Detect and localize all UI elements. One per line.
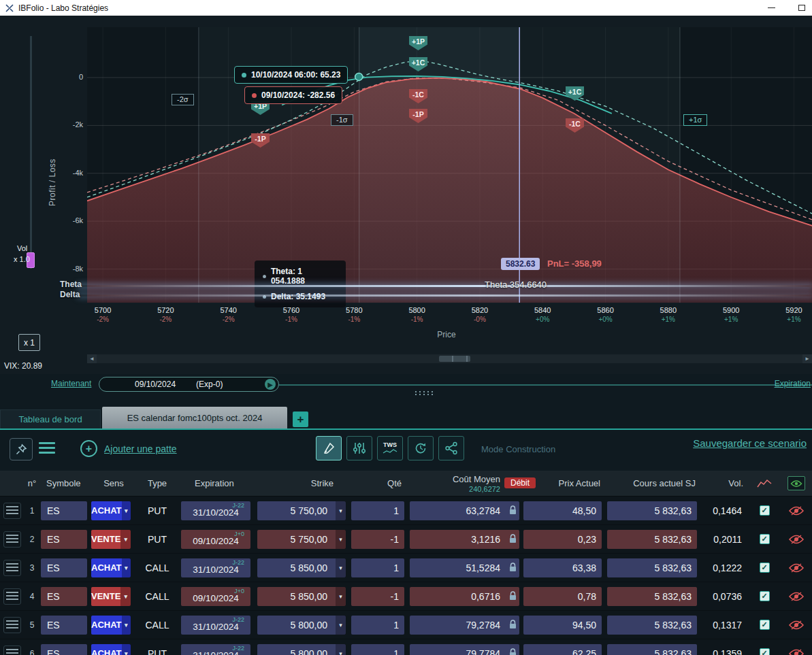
add-leg-link[interactable]: Ajouter une patte (104, 443, 177, 454)
row-drag-handle-icon[interactable] (3, 645, 21, 655)
splitter-grip-icon[interactable] (414, 390, 433, 395)
avg-cost-cell[interactable]: 51,5284 (410, 558, 506, 577)
expiration-cell[interactable]: J-2231/10/2024 (181, 501, 250, 520)
minimize-button[interactable] (758, 0, 785, 16)
quantity-cell[interactable]: -1 (351, 530, 404, 549)
strike-select[interactable]: 5 750,00▾ (257, 530, 346, 549)
row-drag-handle-icon[interactable] (3, 560, 21, 576)
tws-button[interactable]: TWS (377, 436, 403, 460)
header-chart-toggle[interactable] (749, 479, 780, 488)
leg-visibility-button[interactable] (780, 525, 812, 553)
leg-enabled-checkbox[interactable]: ✓ (760, 648, 770, 655)
lock-cost-button[interactable] (506, 530, 519, 549)
caret-down-icon[interactable]: ▾ (122, 501, 131, 520)
caret-down-icon[interactable]: ▾ (120, 530, 131, 549)
symbol-cell[interactable]: ES (41, 587, 87, 606)
side-select[interactable]: ACHAT▾ (91, 501, 131, 520)
quantity-cell[interactable]: 1 (351, 644, 404, 655)
leg-enabled-checkbox[interactable]: ✓ (760, 505, 770, 516)
caret-down-icon[interactable]: ▾ (122, 644, 131, 655)
expiration-cell[interactable]: J-2231/10/2024 (181, 644, 250, 655)
expiration-cell[interactable]: J+009/10/2024 (181, 530, 250, 549)
caret-down-icon[interactable]: ▾ (336, 587, 346, 606)
leg-enabled-checkbox[interactable]: ✓ (760, 562, 770, 573)
time-slider-handle[interactable]: 09/10/2024 (Exp-0) ▶ (99, 377, 279, 392)
row-drag-handle-icon[interactable] (3, 503, 21, 519)
leg-visibility-button[interactable] (780, 554, 812, 582)
menu-button[interactable] (39, 442, 55, 456)
save-scenario-link[interactable]: Sauvegarder ce scenario (693, 437, 807, 449)
leg-enabled-checkbox[interactable]: ✓ (760, 591, 770, 601)
avg-cost-cell[interactable]: 79,2784 (410, 616, 506, 635)
quantity-cell[interactable]: -1 (351, 587, 404, 606)
row-drag-handle-icon[interactable] (3, 588, 21, 605)
strike-select[interactable]: 5 800,00▾ (257, 644, 346, 655)
lock-cost-button[interactable] (506, 616, 519, 635)
maximize-button[interactable] (788, 0, 812, 16)
caret-down-icon[interactable]: ▾ (336, 558, 346, 577)
symbol-cell[interactable]: ES (41, 501, 87, 520)
quantity-cell[interactable]: 1 (351, 616, 404, 635)
expiration-link[interactable]: Expiration (775, 379, 811, 388)
maintenant-link[interactable]: Maintenant (51, 379, 91, 388)
history-button[interactable] (408, 436, 434, 460)
side-select[interactable]: ACHAT▾ (91, 558, 131, 577)
side-select[interactable]: VENTE▾ (91, 530, 131, 549)
lock-cost-button[interactable] (506, 644, 519, 655)
lock-cost-button[interactable] (506, 587, 519, 606)
leg-visibility-button[interactable] (780, 582, 812, 610)
lock-cost-button[interactable] (506, 501, 519, 520)
play-forward-icon[interactable]: ▶ (265, 379, 276, 390)
strike-select[interactable]: 5 750,00▾ (257, 501, 346, 520)
caret-down-icon[interactable]: ▾ (336, 616, 346, 635)
header-visibility-toggle[interactable] (780, 476, 812, 490)
pnl-chart[interactable] (87, 27, 812, 303)
scroll-left-icon[interactable]: ◄ (87, 354, 97, 363)
share-button[interactable] (438, 436, 464, 460)
add-leg-icon[interactable]: + (80, 440, 97, 457)
avg-cost-cell[interactable]: 3,1216 (410, 530, 506, 549)
caret-down-icon[interactable]: ▾ (336, 644, 346, 655)
row-drag-handle-icon[interactable] (3, 531, 21, 548)
pin-button[interactable] (10, 438, 33, 460)
side-select[interactable]: VENTE▾ (91, 587, 131, 606)
add-tab-button[interactable]: + (293, 412, 308, 427)
leg-enabled-checkbox[interactable]: ✓ (760, 534, 770, 544)
draw-tool-button[interactable] (316, 436, 342, 460)
expiration-cell[interactable]: J-2231/10/2024 (181, 558, 250, 577)
vol-slider-track[interactable] (30, 36, 32, 269)
symbol-cell[interactable]: ES (41, 616, 87, 635)
expiration-cell[interactable]: J-2231/10/2024 (181, 616, 250, 635)
avg-cost-cell[interactable]: 0,6716 (410, 587, 506, 606)
scrollbar-thumb[interactable] (439, 356, 470, 362)
caret-down-icon[interactable]: ▾ (122, 558, 131, 577)
scroll-right-icon[interactable]: ► (802, 354, 812, 363)
strike-select[interactable]: 5 850,00▾ (257, 558, 346, 577)
leg-enabled-checkbox[interactable]: ✓ (760, 620, 770, 630)
symbol-cell[interactable]: ES (41, 644, 87, 655)
caret-down-icon[interactable]: ▾ (120, 587, 131, 606)
avg-cost-cell[interactable]: 79,7784 (410, 644, 506, 655)
symbol-cell[interactable]: ES (41, 558, 87, 577)
expiration-cell[interactable]: J+009/10/2024 (181, 587, 250, 606)
tab-dashboard[interactable]: Tableau de bord (0, 409, 101, 429)
caret-down-icon[interactable]: ▾ (122, 616, 131, 635)
strike-select[interactable]: 5 850,00▾ (257, 587, 346, 606)
leg-visibility-button[interactable] (780, 497, 812, 524)
side-select[interactable]: ACHAT▾ (91, 644, 131, 655)
lock-cost-button[interactable] (506, 558, 519, 577)
caret-down-icon[interactable]: ▾ (336, 501, 346, 520)
chart-scrollbar[interactable]: ◄ ► (87, 354, 812, 363)
leg-visibility-button[interactable] (780, 611, 812, 639)
strike-select[interactable]: 5 800,00▾ (257, 616, 346, 635)
tab-scenario-active[interactable]: ES calendar fomc100pts oct. 2024 (102, 407, 287, 429)
adjust-tool-button[interactable] (346, 436, 372, 460)
symbol-cell[interactable]: ES (41, 530, 87, 549)
quantity-cell[interactable]: 1 (351, 558, 404, 577)
leg-visibility-button[interactable] (780, 639, 812, 655)
row-drag-handle-icon[interactable] (3, 617, 21, 633)
caret-down-icon[interactable]: ▾ (336, 530, 346, 549)
avg-cost-cell[interactable]: 63,2784 (410, 501, 506, 520)
quantity-cell[interactable]: 1 (351, 501, 404, 520)
quantity-multiplier-button[interactable]: x 1 (18, 334, 40, 351)
